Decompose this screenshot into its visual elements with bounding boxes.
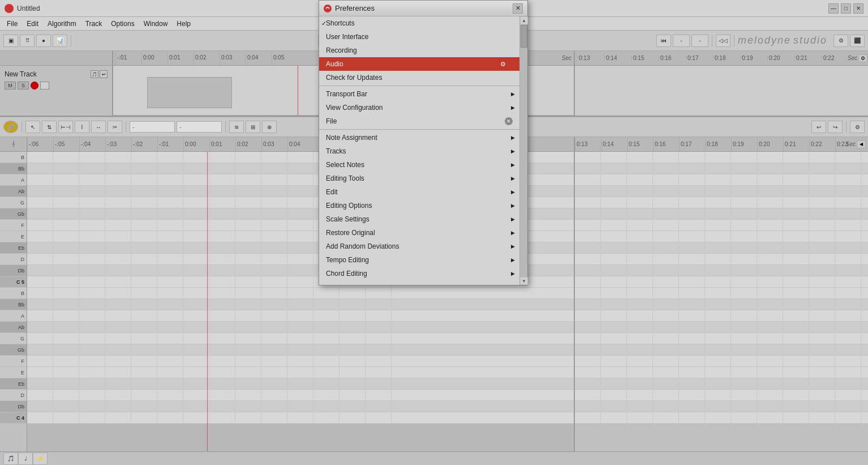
right-grid-cell-5-6[interactable]: [731, 208, 757, 220]
right-grid-cell-21-5[interactable]: [705, 390, 731, 401]
grid-cell-6-9[interactable]: [261, 220, 287, 231]
right-grid-cell-3-10[interactable]: [835, 186, 861, 197]
right-grid-cell-16-10[interactable]: [835, 333, 861, 344]
right-grid-cell-23-8[interactable]: [783, 412, 809, 424]
grid-cell-21-9[interactable]: [261, 390, 287, 401]
right-grid-cell-22-5[interactable]: [705, 401, 731, 412]
grid-cell-15-2[interactable]: [79, 322, 105, 333]
grid-cell-16-8[interactable]: [235, 333, 261, 344]
right-grid-cell-17-1[interactable]: [601, 344, 627, 356]
grid-cell-14-13[interactable]: [366, 310, 392, 322]
grid-cell-16-9[interactable]: [261, 333, 287, 344]
grid-cell-1-1[interactable]: [53, 163, 79, 174]
right-grid-cell-1-2[interactable]: [627, 163, 653, 174]
right-grid-cell-1-6[interactable]: [731, 163, 757, 174]
pref-scale-settings[interactable]: Scale Settings: [319, 212, 519, 226]
grid-cell-13-13[interactable]: [366, 299, 392, 310]
right-grid-cell-0-3[interactable]: [653, 152, 679, 163]
grid-cell-0-7[interactable]: [209, 152, 235, 163]
pref-recording[interactable]: Recording: [319, 44, 519, 57]
grid-cell-9-0[interactable]: [27, 254, 53, 265]
right-grid-cell-21-9[interactable]: [809, 390, 835, 401]
grid-cell-10-6[interactable]: [183, 265, 209, 276]
grid-cell-7-1[interactable]: [53, 231, 79, 242]
right-grid-cell-12-4[interactable]: [679, 288, 705, 299]
grid-cell-21-12[interactable]: [340, 390, 366, 401]
grid-cell-5-4[interactable]: [131, 208, 157, 220]
right-grid-cell-19-9[interactable]: [809, 367, 835, 378]
right-grid-cell-1-0[interactable]: [575, 163, 601, 174]
right-grid-cell-21-1[interactable]: [601, 390, 627, 401]
grid-cell-19-0[interactable]: [27, 367, 53, 378]
right-grid-cell-14-1[interactable]: [601, 310, 627, 322]
grid-cell-1-3[interactable]: [105, 163, 131, 174]
right-grid-cell-11-1[interactable]: [601, 276, 627, 288]
grid-cell-10-1[interactable]: [53, 265, 79, 276]
right-grid-cell-7-7[interactable]: [757, 231, 783, 242]
redo-btn[interactable]: ↪: [828, 121, 843, 133]
grid-cell-15-9[interactable]: [261, 322, 287, 333]
right-grid-cell-6-5[interactable]: [705, 220, 731, 231]
pref-select-notes[interactable]: Select Notes: [319, 158, 519, 172]
right-grid-cell-0-8[interactable]: [783, 152, 809, 163]
grid-cell-21-6[interactable]: [183, 390, 209, 401]
grid-cell-3-0[interactable]: [27, 186, 53, 197]
right-grid-cell-14-8[interactable]: [783, 310, 809, 322]
grid-cell-5-10[interactable]: [287, 208, 313, 220]
grid-cell-3-4[interactable]: [131, 186, 157, 197]
right-grid-cell-15-8[interactable]: [783, 322, 809, 333]
right-grid-cell-15-7[interactable]: [757, 322, 783, 333]
grid-cell-15-11[interactable]: [313, 322, 340, 333]
right-grid-cell-4-2[interactable]: [627, 197, 653, 208]
right-grid-cell-23-9[interactable]: [809, 412, 835, 424]
grid-cell-7-4[interactable]: [131, 231, 157, 242]
right-grid-cell-17-9[interactable]: [809, 344, 835, 356]
right-grid-cell-0-11[interactable]: [861, 152, 868, 163]
right-grid-cell-15-11[interactable]: [861, 322, 868, 333]
right-grid-cell-10-2[interactable]: [627, 265, 653, 276]
right-grid-cell-0-7[interactable]: [757, 152, 783, 163]
right-grid-cell-21-10[interactable]: [835, 390, 861, 401]
right-grid-cell-2-10[interactable]: [835, 174, 861, 186]
grid-cell-18-0[interactable]: [27, 356, 53, 367]
right-grid-cell-14-5[interactable]: [705, 310, 731, 322]
grid-cell-9-6[interactable]: [183, 254, 209, 265]
right-grid-cell-9-11[interactable]: [861, 254, 868, 265]
pref-tracks[interactable]: Tracks: [319, 144, 519, 158]
right-lower-collapse[interactable]: ◀: [857, 140, 866, 148]
right-grid-cell-2-6[interactable]: [731, 174, 757, 186]
right-grid-cell-9-10[interactable]: [835, 254, 861, 265]
right-grid-cell-1-5[interactable]: [705, 163, 731, 174]
right-grid-cell-8-2[interactable]: [627, 242, 653, 254]
grid-cell-14-8[interactable]: [235, 310, 261, 322]
grid-cell-17-5[interactable]: [157, 344, 183, 356]
grid-cell-12-8[interactable]: [235, 288, 261, 299]
right-grid-cell-21-11[interactable]: [861, 390, 868, 401]
grid-cell-14-1[interactable]: [53, 310, 79, 322]
grid-cell-0-10[interactable]: [287, 152, 313, 163]
grid-cell-4-10[interactable]: [287, 197, 313, 208]
menu-edit[interactable]: Edit: [22, 19, 43, 29]
right-grid-cell-23-0[interactable]: [575, 412, 601, 424]
grid-cell-2-1[interactable]: [53, 174, 79, 186]
grid-cell-5-7[interactable]: [209, 208, 235, 220]
grid-cell-21-4[interactable]: [131, 390, 157, 401]
right-grid-cell-19-1[interactable]: [601, 367, 627, 378]
right-grid-cell-12-2[interactable]: [627, 288, 653, 299]
right-grid-cell-1-1[interactable]: [601, 163, 627, 174]
grid-cell-21-10[interactable]: [287, 390, 313, 401]
grid-cell-17-3[interactable]: [105, 344, 131, 356]
menu-track[interactable]: Track: [81, 19, 107, 29]
grid-cell-10-5[interactable]: [157, 265, 183, 276]
expand-btn[interactable]: ⬛: [850, 35, 865, 47]
right-grid-cell-16-7[interactable]: [757, 333, 783, 344]
grid-cell-4-5[interactable]: [157, 197, 183, 208]
grid-cell-22-7[interactable]: [209, 401, 235, 412]
right-grid-cell-5-4[interactable]: [679, 208, 705, 220]
grid-cell-21-0[interactable]: [27, 390, 53, 401]
grid-cell-5-6[interactable]: [183, 208, 209, 220]
right-grid-cell-1-8[interactable]: [783, 163, 809, 174]
edit-tool-cut[interactable]: ✂: [108, 121, 122, 133]
grid-cell-10-8[interactable]: [235, 265, 261, 276]
right-grid-cell-16-11[interactable]: [861, 333, 868, 344]
